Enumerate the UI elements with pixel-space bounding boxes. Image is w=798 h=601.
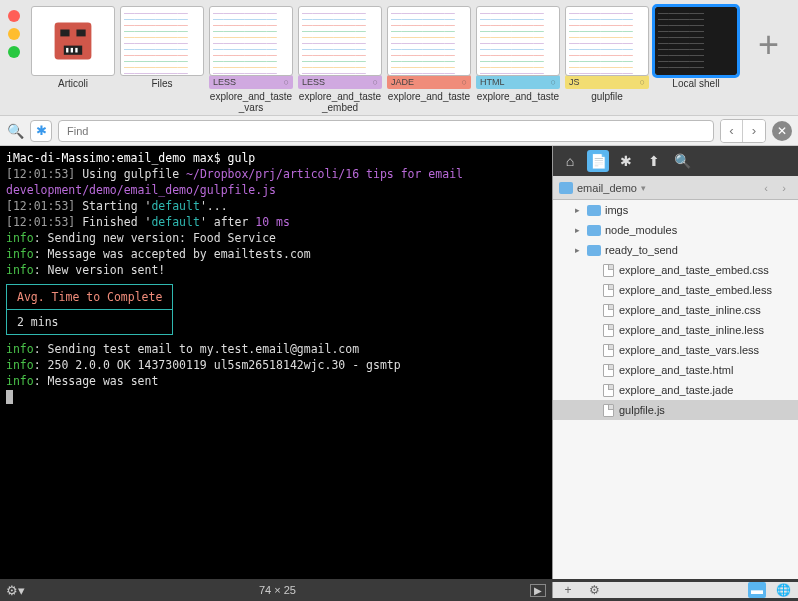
file-icon <box>601 383 615 397</box>
terminal-stats-table: Avg. Time to Complete2 mins <box>6 284 173 335</box>
folder-row[interactable]: ▸imgs <box>553 200 798 220</box>
file-icon <box>601 303 615 317</box>
file-row[interactable]: explore_and_taste_vars.less <box>553 340 798 360</box>
tab-2[interactable]: ────────────────────────────────────────… <box>208 6 294 113</box>
breadcrumb[interactable]: email_demo ▾ ‹ › <box>553 176 798 200</box>
history-fwd-button[interactable]: › <box>776 182 792 194</box>
tab-thumbnail: ────────────────────────────────────────… <box>654 6 738 76</box>
add-tab-button[interactable]: + <box>743 6 794 66</box>
file-name: explore_and_taste_embed.css <box>619 264 769 276</box>
folder-icon <box>587 205 601 216</box>
file-row[interactable]: explore_and_taste_embed.css <box>553 260 798 280</box>
folder-name: ready_to_send <box>605 244 678 256</box>
tab-label: Files <box>120 76 204 100</box>
file-icon <box>601 323 615 337</box>
tab-7[interactable]: ────────────────────────────────────────… <box>653 6 739 113</box>
side-toolbar: ⌂ 📄 ✱ ⬆ 🔍 <box>553 146 798 176</box>
tab-label: Articoli <box>31 76 115 100</box>
tab-thumbnail: ────────────────────────────────────────… <box>565 6 649 76</box>
home-icon[interactable]: ⌂ <box>559 150 581 172</box>
file-settings-button[interactable]: ⚙ <box>585 582 603 598</box>
file-name: explore_and_taste_vars.less <box>619 344 759 356</box>
tab-strip: Articoli────────────────────────────────… <box>0 0 798 116</box>
chevron-down-icon: ▾ <box>641 183 646 193</box>
file-name: explore_and_taste_embed.less <box>619 284 772 296</box>
expand-icon[interactable]: ▶ <box>530 584 546 597</box>
file-row[interactable]: explore_and_taste_inline.less <box>553 320 798 340</box>
folder-row[interactable]: ▸ready_to_send <box>553 240 798 260</box>
file-row[interactable]: gulpfile.js <box>553 400 798 420</box>
tab-3[interactable]: ────────────────────────────────────────… <box>297 6 383 113</box>
folder-icon <box>587 245 601 256</box>
window-controls <box>4 6 26 58</box>
tab-type-badge: JS○ <box>565 75 649 89</box>
file-icon <box>601 363 615 377</box>
svg-rect-1 <box>60 30 69 37</box>
zoom-window-icon[interactable] <box>8 46 20 58</box>
file-icon <box>601 343 615 357</box>
tab-thumbnail: ────────────────────────────────────────… <box>298 6 382 76</box>
tab-4[interactable]: ────────────────────────────────────────… <box>386 6 472 113</box>
terminal-cursor <box>6 390 13 404</box>
gear-icon[interactable]: ⚙▾ <box>6 583 25 598</box>
tab-1[interactable]: ────────────────────────────────────────… <box>119 6 205 113</box>
file-row[interactable]: explore_and_taste_embed.less <box>553 280 798 300</box>
tab-5[interactable]: ────────────────────────────────────────… <box>475 6 561 113</box>
file-name: explore_and_taste_inline.css <box>619 304 761 316</box>
folder-row[interactable]: ▸node_modules <box>553 220 798 240</box>
upload-icon[interactable]: ⬆ <box>643 150 665 172</box>
file-name: gulpfile.js <box>619 404 665 416</box>
find-prev-button[interactable]: ‹ <box>721 120 743 142</box>
local-view-button[interactable]: ▬ <box>748 582 766 598</box>
file-icon <box>601 283 615 297</box>
search-icon[interactable]: 🔍 <box>6 123 24 139</box>
file-tree: ▸imgs▸node_modules▸ready_to_sendexplore_… <box>553 200 798 579</box>
file-row[interactable]: explore_and_taste_inline.css <box>553 300 798 320</box>
tab-close-icon[interactable]: ○ <box>551 77 556 87</box>
add-file-button[interactable]: + <box>559 582 577 598</box>
file-row[interactable]: explore_and_taste.jade <box>553 380 798 400</box>
files-view-icon[interactable]: 📄 <box>587 150 609 172</box>
tab-close-icon[interactable]: ○ <box>284 77 289 87</box>
tab-close-icon[interactable]: ○ <box>462 77 467 87</box>
close-window-icon[interactable] <box>8 10 20 22</box>
regex-toggle-button[interactable]: ✱ <box>30 120 52 142</box>
terminal[interactable]: iMac-di-Massimo:email_demo max$ gulp[12:… <box>0 146 552 579</box>
tab-close-icon[interactable]: ○ <box>640 77 645 87</box>
breadcrumb-folder: email_demo <box>577 182 637 194</box>
tab-label: gulpfile <box>565 89 649 113</box>
tab-thumbnail: ────────────────────────────────────────… <box>209 6 293 76</box>
svg-rect-5 <box>71 48 73 53</box>
file-name: explore_and_taste.html <box>619 364 733 376</box>
find-input[interactable] <box>58 120 714 142</box>
svg-rect-6 <box>75 48 77 53</box>
minimize-window-icon[interactable] <box>8 28 20 40</box>
tab-label: explore_and_taste_vars <box>209 89 293 113</box>
find-next-button[interactable]: › <box>743 120 765 142</box>
terminal-size: 74 × 25 <box>35 584 520 596</box>
file-icon <box>601 263 615 277</box>
file-icon <box>601 403 615 417</box>
tab-type-badge: HTML○ <box>476 75 560 89</box>
main: iMac-di-Massimo:email_demo max$ gulp[12:… <box>0 146 798 579</box>
tab-label: explore_and_taste <box>387 89 471 113</box>
tab-6[interactable]: ────────────────────────────────────────… <box>564 6 650 113</box>
chevron-right-icon: ▸ <box>571 225 583 235</box>
folder-icon <box>559 182 573 194</box>
history-back-button[interactable]: ‹ <box>758 182 774 194</box>
remote-view-button[interactable]: 🌐 <box>774 582 792 598</box>
tab-thumbnail: ────────────────────────────────────────… <box>476 6 560 76</box>
tabs: Articoli────────────────────────────────… <box>30 6 739 113</box>
svg-rect-4 <box>66 48 68 53</box>
file-name: explore_and_taste_inline.less <box>619 324 764 336</box>
tab-0[interactable]: Articoli <box>30 6 116 113</box>
file-row[interactable]: explore_and_taste.html <box>553 360 798 380</box>
extensions-icon[interactable]: ✱ <box>615 150 637 172</box>
close-search-button[interactable]: ✕ <box>772 121 792 141</box>
tab-thumbnail <box>31 6 115 76</box>
tab-type-badge: LESS○ <box>298 75 382 89</box>
svg-rect-2 <box>76 30 85 37</box>
folder-name: node_modules <box>605 224 677 236</box>
preview-icon[interactable]: 🔍 <box>671 150 693 172</box>
tab-close-icon[interactable]: ○ <box>373 77 378 87</box>
